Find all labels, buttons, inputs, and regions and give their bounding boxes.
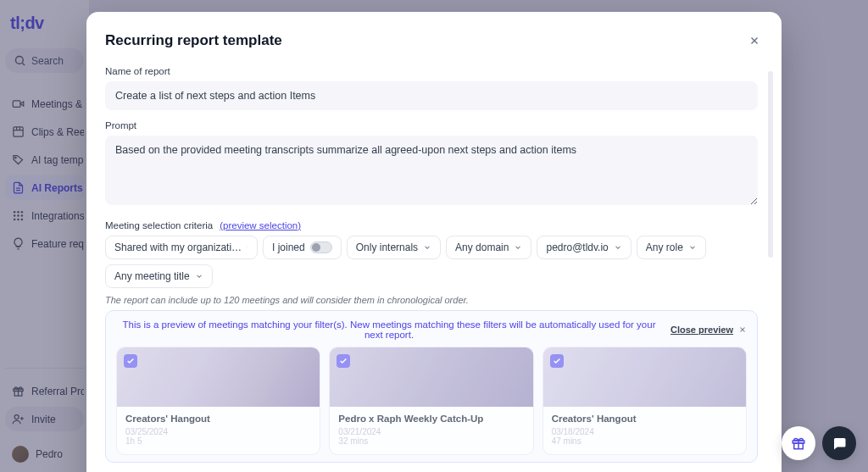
check-icon xyxy=(553,357,561,365)
report-template-modal: Recurring report template Name of report… xyxy=(86,12,782,472)
criteria-row: Shared with my organizati… I joined Only… xyxy=(105,236,758,288)
criteria-email[interactable]: pedro@tldv.io xyxy=(537,236,631,259)
chevron-down-icon xyxy=(247,243,248,252)
preview-banner: This is a preview of meetings matching y… xyxy=(105,310,758,463)
criteria-label: Meeting selection criteria xyxy=(105,220,213,230)
meeting-title: Pedro x Raph Weekly Catch-Up xyxy=(338,414,524,424)
meeting-card[interactable]: Pedro x Raph Weekly Catch-Up 03/21/2024 … xyxy=(329,347,533,455)
meeting-duration: 1h 5 xyxy=(125,436,311,446)
joined-toggle[interactable] xyxy=(310,242,332,253)
criteria-title[interactable]: Any meeting title xyxy=(105,264,213,288)
chip-label: pedro@tldv.io xyxy=(546,242,608,253)
chevron-down-icon xyxy=(688,243,697,252)
meeting-title: Creators' Hangout xyxy=(552,414,737,424)
selected-check[interactable] xyxy=(337,354,350,368)
meeting-date: 03/21/2024 xyxy=(338,427,524,436)
close-preview-link[interactable]: Close preview xyxy=(670,325,733,335)
selected-check[interactable] xyxy=(550,354,564,368)
prompt-textarea[interactable] xyxy=(105,136,758,205)
chevron-down-icon xyxy=(195,272,203,280)
modal-close-button[interactable] xyxy=(743,29,766,53)
meeting-duration: 47 mins xyxy=(552,436,737,446)
preview-selection-link[interactable]: (preview selection) xyxy=(220,220,301,230)
check-icon xyxy=(339,357,348,365)
prompt-label: Prompt xyxy=(105,120,758,130)
meeting-thumbnail xyxy=(543,347,746,407)
chip-label: Any role xyxy=(646,242,683,253)
meeting-thumbnail xyxy=(117,347,320,407)
criteria-internal[interactable]: Only internals xyxy=(347,236,441,259)
referral-fab[interactable] xyxy=(782,426,815,460)
close-icon xyxy=(748,35,760,47)
meeting-card[interactable]: Creators' Hangout 03/18/2024 47 mins xyxy=(542,347,747,455)
chip-label: Any domain xyxy=(455,242,509,253)
chip-label: Any meeting title xyxy=(114,270,190,282)
meeting-date: 03/18/2024 xyxy=(552,427,737,436)
gift-icon xyxy=(791,436,806,451)
chevron-down-icon xyxy=(614,243,622,252)
chip-label: I joined xyxy=(272,242,305,253)
chip-label: Only internals xyxy=(356,242,418,253)
meeting-duration: 32 mins xyxy=(338,436,524,446)
chat-fab[interactable] xyxy=(822,426,856,460)
name-label: Name of report xyxy=(105,66,758,76)
chevron-down-icon xyxy=(423,243,431,252)
criteria-domain[interactable]: Any domain xyxy=(446,236,531,259)
meeting-date: 03/25/2024 xyxy=(125,427,311,436)
chat-icon xyxy=(832,436,847,451)
criteria-helper: The report can include up to 120 meeting… xyxy=(105,295,758,305)
meeting-thumbnail xyxy=(330,347,532,407)
modal-title: Recurring report template xyxy=(105,32,282,49)
criteria-sharing[interactable]: Shared with my organizati… xyxy=(105,236,258,259)
scrollbar[interactable] xyxy=(768,71,773,258)
report-name-input[interactable] xyxy=(105,81,758,110)
selected-check[interactable] xyxy=(124,354,137,368)
criteria-role[interactable]: Any role xyxy=(637,236,706,259)
meeting-card[interactable]: Creators' Hangout 03/25/2024 1h 5 xyxy=(116,347,320,455)
banner-text: This is a preview of meetings matching y… xyxy=(116,319,662,340)
check-icon xyxy=(126,357,135,365)
criteria-joined[interactable]: I joined xyxy=(263,236,342,259)
chip-label: Shared with my organizati… xyxy=(114,242,242,253)
close-icon xyxy=(738,325,747,334)
meeting-title: Creators' Hangout xyxy=(125,414,311,424)
chevron-down-icon xyxy=(514,243,522,252)
modal-overlay: Recurring report template Name of report… xyxy=(0,0,868,472)
